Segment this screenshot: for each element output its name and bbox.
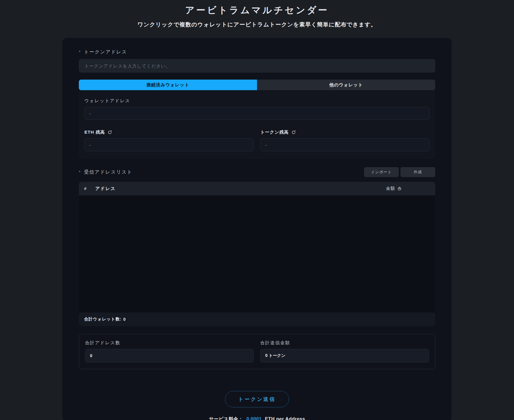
wallet-address-value[interactable] bbox=[84, 107, 430, 120]
column-index-header: # bbox=[84, 186, 95, 191]
required-mark: * bbox=[79, 49, 81, 54]
page-subtitle: ワンクリックで複数のウォレットにアービトラムトークンを素早く簡単に配布できます。 bbox=[0, 21, 514, 28]
column-amount-header: 金額 bbox=[386, 186, 430, 191]
create-button[interactable]: 作成 bbox=[400, 167, 435, 177]
wallet-address-label: ウォレットアドレス bbox=[84, 98, 430, 104]
service-fee-note: サービス料金： 0.0001 ETH per Address bbox=[79, 416, 435, 420]
token-balance-col: トークン残高 bbox=[260, 130, 430, 151]
required-mark: * bbox=[79, 169, 81, 174]
token-address-label-text: トークンアドレス bbox=[84, 49, 127, 54]
tab-connected-wallet[interactable]: 接続済みウォレット bbox=[79, 80, 257, 90]
page-title: アービトラムマルチセンダー bbox=[0, 4, 514, 16]
send-row: トークン送信 bbox=[79, 391, 435, 407]
total-amount-col: 合計送信金額 bbox=[260, 340, 429, 362]
import-button[interactable]: インポート bbox=[364, 167, 399, 177]
page-header: アービトラムマルチセンダー ワンクリックで複数のウォレットにアービトラムトークン… bbox=[0, 0, 514, 28]
recipient-list: # アドレス 金額 合計ウォレット数: 0 bbox=[79, 182, 435, 326]
send-tokens-button[interactable]: トークン送信 bbox=[225, 391, 289, 407]
eth-balance-value[interactable] bbox=[84, 138, 254, 151]
total-addresses-value[interactable] bbox=[85, 349, 254, 362]
recipients-header: *受信アドレスリスト インポート 作成 bbox=[79, 167, 435, 177]
total-amount-value[interactable] bbox=[260, 349, 429, 362]
recipient-list-footer: 合計ウォレット数: 0 bbox=[79, 313, 435, 326]
recipients-label: *受信アドレスリスト bbox=[79, 169, 132, 175]
total-addresses-col: 合計アドレス数 bbox=[85, 340, 254, 362]
total-amount-label: 合計送信金額 bbox=[260, 340, 429, 346]
total-wallets-value: 0 bbox=[123, 317, 126, 322]
recipient-list-body bbox=[79, 195, 435, 313]
service-fee-suffix: ETH per Address bbox=[265, 416, 305, 420]
multisender-card: *トークンアドレス 接続済みウォレット 他のウォレット ウォレットアドレス ET… bbox=[62, 38, 452, 420]
summary-box: 合計アドレス数 合計送信金額 bbox=[79, 334, 435, 369]
tab-other-wallet[interactable]: 他のウォレット bbox=[257, 80, 435, 90]
service-fee-label: サービス料金： bbox=[209, 416, 243, 420]
total-addresses-label: 合計アドレス数 bbox=[85, 340, 254, 346]
token-address-input[interactable] bbox=[79, 59, 435, 73]
refresh-icon[interactable] bbox=[108, 130, 112, 135]
connected-wallet-panel: ウォレットアドレス ETH 残高 トークン残高 bbox=[79, 90, 435, 159]
eth-balance-label: ETH 残高 bbox=[84, 130, 105, 135]
total-wallets-label: 合計ウォレット数: bbox=[84, 317, 121, 322]
recipients-label-text: 受信アドレスリスト bbox=[84, 169, 133, 174]
eth-balance-col: ETH 残高 bbox=[84, 130, 254, 151]
refresh-icon[interactable] bbox=[291, 130, 296, 135]
token-balance-value[interactable] bbox=[260, 138, 430, 151]
service-fee-value: 0.0001 bbox=[246, 416, 262, 420]
amount-header-text: 金額 bbox=[386, 186, 395, 191]
token-address-label: *トークンアドレス bbox=[79, 49, 435, 55]
wallet-tabs: 接続済みウォレット 他のウォレット bbox=[79, 80, 435, 90]
mouse-icon[interactable] bbox=[397, 186, 402, 191]
column-address-header: アドレス bbox=[95, 186, 386, 191]
token-balance-label: トークン残高 bbox=[260, 130, 289, 135]
recipient-list-header: # アドレス 金額 bbox=[79, 182, 435, 195]
balances-row: ETH 残高 トークン残高 bbox=[84, 130, 430, 151]
